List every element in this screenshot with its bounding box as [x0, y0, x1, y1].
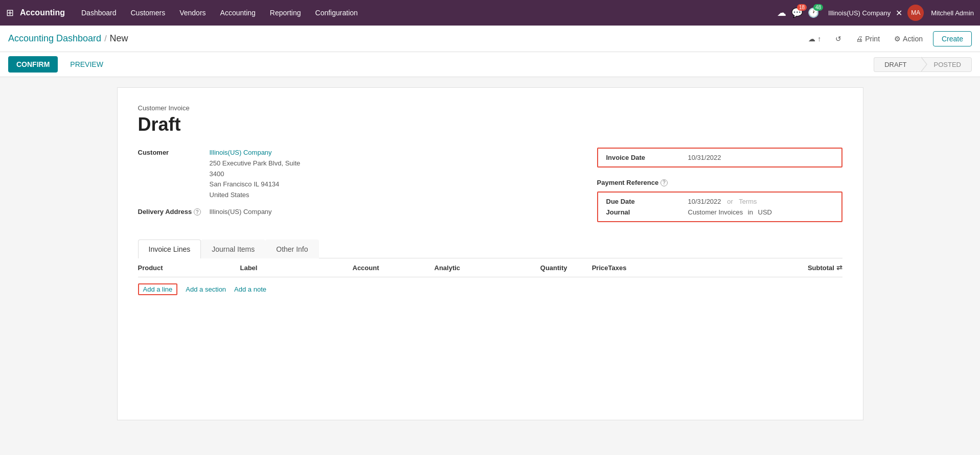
col-header-analytic: Analytic [435, 264, 506, 272]
due-date-value: 10/31/2022 or Terms [688, 198, 833, 205]
form-right: Invoice Date 10/31/2022 Payment Referenc… [597, 148, 842, 227]
col-header-taxes: Taxes [608, 264, 659, 272]
col-header-label: Label [240, 264, 353, 272]
payment-reference-row: Payment Reference ? [597, 173, 842, 191]
company-name: Illinois(US) Company [828, 9, 891, 17]
due-date-journal-box: Due Date 10/31/2022 or Terms Journal Cus… [597, 191, 842, 222]
col-header-subtotal: Subtotal ⇄ [659, 264, 842, 272]
column-settings-icon[interactable]: ⇄ [836, 264, 842, 272]
tab-journal-items[interactable]: Journal Items [201, 240, 265, 258]
payment-reference-label: Payment Reference ? [597, 175, 842, 186]
add-note-button[interactable]: Add a note [234, 283, 266, 295]
close-icon[interactable]: ✕ [896, 8, 902, 18]
breadcrumb-accounting[interactable]: Accounting Dashboard [8, 33, 101, 44]
customer-label: Customer [138, 148, 210, 156]
status-arrow-inner [921, 57, 926, 71]
customer-address4: United States [210, 190, 301, 201]
journal-label: Journal [606, 208, 688, 216]
col-header-price: Price [567, 264, 608, 272]
nav-vendors[interactable]: Vendors [173, 5, 212, 21]
delivery-address-question[interactable]: ? [194, 208, 201, 215]
delivery-address-label: Delivery Address ? [138, 207, 210, 216]
invoice-date-box: Invoice Date 10/31/2022 [597, 148, 842, 167]
nav-reporting[interactable]: Reporting [264, 5, 307, 21]
chat-icon[interactable]: 💬 18 [791, 7, 803, 18]
customer-name[interactable]: Illinois(US) Company [210, 148, 301, 158]
payment-reference-question[interactable]: ? [660, 179, 668, 186]
nav-icons: ☁ 💬 18 🕐 48 Illinois(US) Company ✕ MA Mi… [777, 5, 974, 21]
customer-address1: 250 Executive Park Blvd, Suite [210, 158, 301, 169]
status-draft: DRAFT [874, 57, 921, 72]
upload-button[interactable]: ☁ ↑ [804, 33, 825, 45]
customer-address2: 3400 [210, 169, 301, 180]
nav-accounting[interactable]: Accounting [214, 5, 262, 21]
invoice-type: Customer Invoice [138, 104, 842, 112]
currency-value[interactable]: USD [758, 208, 772, 216]
action-button[interactable]: ⚙ Action [890, 33, 927, 45]
due-date-row: Due Date 10/31/2022 or Terms [606, 198, 833, 205]
form-container: Customer Invoice Draft Customer Illinois… [117, 87, 863, 420]
chat-badge: 18 [797, 4, 807, 11]
in-text: in [748, 208, 753, 216]
create-button[interactable]: Create [933, 31, 972, 46]
nav-configuration[interactable]: Configuration [309, 5, 364, 21]
col-header-product: Product [138, 264, 240, 272]
secondary-header: Accounting Dashboard / New ☁ ↑ ↺ 🖨 Print… [0, 26, 980, 52]
nav-dashboard[interactable]: Dashboard [75, 5, 123, 21]
invoice-date-value[interactable]: 10/31/2022 [688, 154, 833, 161]
apps-icon[interactable]: ⊞ [6, 7, 14, 18]
cloud-icon[interactable]: ☁ [777, 7, 786, 18]
breadcrumb-new: New [110, 33, 128, 44]
refresh-button[interactable]: ↺ [831, 33, 846, 45]
table-header: Product Label Account Analytic Quantity … [138, 258, 842, 277]
invoice-date-label: Invoice Date [606, 154, 688, 161]
form-left: Customer Illinois(US) Company 250 Execut… [138, 148, 577, 227]
table-actions: Add a line Add a section Add a note [138, 277, 842, 301]
col-header-account: Account [353, 264, 435, 272]
or-text: or [727, 198, 733, 205]
status-posted: POSTED [921, 57, 972, 72]
brand-name: Accounting [20, 8, 65, 17]
tab-other-info[interactable]: Other Info [265, 240, 318, 258]
activity-icon[interactable]: 🕐 48 [808, 7, 819, 18]
add-section-button[interactable]: Add a section [186, 283, 226, 295]
col-header-quantity: Quantity [506, 264, 567, 272]
customer-field-group: Customer Illinois(US) Company 250 Execut… [138, 148, 577, 201]
confirm-button[interactable]: CONFIRM [8, 56, 58, 73]
delivery-address-value: Illinois(US) Company [210, 207, 272, 218]
action-bar: CONFIRM PREVIEW DRAFT POSTED [0, 52, 980, 77]
top-navigation: ⊞ Accounting Dashboard Customers Vendors… [0, 0, 980, 26]
journal-value: Customer Invoices in USD [688, 208, 833, 216]
invoice-date-row: Invoice Date 10/31/2022 [606, 154, 833, 161]
main-content: Customer Invoice Draft Customer Illinois… [0, 87, 980, 420]
activity-badge: 48 [813, 4, 823, 11]
add-line-button[interactable]: Add a line [138, 283, 178, 295]
breadcrumb: Accounting Dashboard / New [8, 33, 128, 44]
preview-button[interactable]: PREVIEW [62, 56, 111, 73]
invoice-title: Draft [138, 114, 842, 135]
header-actions: ☁ ↑ ↺ 🖨 Print ⚙ Action Create [804, 31, 972, 46]
breadcrumb-separator: / [104, 34, 106, 43]
form-row: Customer Illinois(US) Company 250 Execut… [138, 148, 842, 227]
user-name: Mitchell Admin [931, 9, 974, 17]
nav-customers[interactable]: Customers [125, 5, 172, 21]
customer-value: Illinois(US) Company 250 Executive Park … [210, 148, 301, 201]
tab-invoice-lines[interactable]: Invoice Lines [138, 240, 201, 258]
empty-area [138, 301, 842, 403]
action-bar-left: CONFIRM PREVIEW [8, 56, 111, 73]
tabs: Invoice Lines Journal Items Other Info [138, 240, 842, 258]
delivery-address-field-group: Delivery Address ? Illinois(US) Company [138, 207, 577, 218]
status-bar: DRAFT POSTED [874, 57, 972, 72]
print-button[interactable]: 🖨 Print [852, 33, 884, 45]
due-date-label: Due Date [606, 198, 688, 205]
terms-link[interactable]: Terms [739, 198, 757, 205]
avatar[interactable]: MA [907, 5, 924, 21]
journal-row: Journal Customer Invoices in USD [606, 208, 833, 216]
customer-address3: San Francisco IL 94134 [210, 179, 301, 190]
